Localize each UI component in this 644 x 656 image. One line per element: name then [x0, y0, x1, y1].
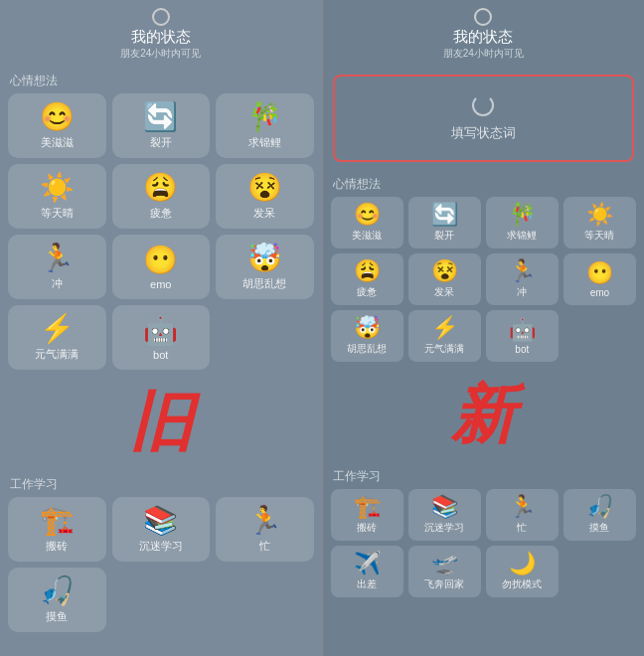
meizizzi-icon-r: 😊	[354, 204, 381, 226]
work-chuchai-right[interactable]: ✈️ 出差	[331, 546, 403, 597]
fadai-icon: 😵	[247, 174, 282, 202]
mood-yuanqi-left[interactable]: ⚡ 元气满满	[8, 305, 106, 370]
mang-label-r: 忙	[517, 521, 527, 535]
husixluan-label-r: 胡思乱想	[347, 342, 387, 356]
qiujinli-icon-r: 🎋	[509, 204, 536, 226]
liekai-label: 裂开	[150, 135, 172, 150]
work-banzhuan-right[interactable]: 🏗️ 搬砖	[331, 489, 403, 541]
moyu-icon: 🎣	[40, 577, 75, 605]
mood-liekai-right[interactable]: 🔄 裂开	[408, 197, 481, 248]
moyu-label: 摸鱼	[46, 609, 68, 624]
work-mang-left[interactable]: 🏃 忙	[216, 497, 314, 562]
mood-bot-right[interactable]: 🤖 bot	[486, 310, 559, 362]
work-banzhuan-left[interactable]: 🏗️ 搬砖	[8, 497, 106, 562]
right-mood-grid: 😊 美滋滋 🔄 裂开 🎋 求锦鲤 ☀️ 等天晴 😩 疲惫 😵 发呆 🏃 冲 😶	[323, 197, 645, 368]
mood-liekai-left[interactable]: 🔄 裂开	[112, 93, 211, 158]
mang-icon-r: 🏃	[509, 496, 536, 518]
banzhuan-icon: 🏗️	[40, 507, 75, 535]
emo-label: emo	[150, 278, 171, 290]
mood-fadai-right[interactable]: 😵 发呆	[408, 253, 481, 305]
banzhuan-label: 搬砖	[46, 539, 68, 554]
moyu-icon-r: 🎣	[586, 496, 613, 518]
right-section-mood-label: 心情想法	[323, 170, 645, 197]
wurao-label-r: 勿扰模式	[502, 577, 542, 591]
chuchai-label-r: 出差	[357, 577, 377, 591]
old-label-container: 旧	[0, 376, 322, 470]
mood-meizizzi-right[interactable]: 😊 美滋滋	[331, 197, 403, 248]
mood-qiujinli-left[interactable]: 🎋 求锦鲤	[216, 93, 314, 158]
bot-label-left: bot	[153, 349, 168, 361]
status-input-box[interactable]: 填写状态词	[333, 75, 635, 162]
left-header: 我的状态 朋友24小时内可见	[0, 0, 322, 67]
pibei-label: 疲惫	[150, 206, 172, 221]
mood-pibei-left[interactable]: 😩 疲惫	[112, 164, 211, 229]
feipen-icon-r: 🛫	[431, 553, 458, 574]
work-wurao-right[interactable]: 🌙 勿扰模式	[486, 546, 559, 597]
chuchai-icon-r: ✈️	[354, 553, 381, 574]
chong-icon-r: 🏃	[509, 260, 536, 282]
liekai-label-r: 裂开	[434, 229, 454, 243]
mang-icon: 🏃	[247, 507, 282, 535]
right-header: 我的状态 朋友24小时内可见	[323, 0, 645, 67]
fadai-label-r: 发呆	[434, 285, 454, 299]
bot-icon-left: 🤖	[143, 317, 178, 345]
qiujinli-label: 求锦鲤	[248, 135, 281, 150]
bot-label-right: bot	[515, 344, 529, 355]
mood-dengtianjing-left[interactable]: ☀️ 等天晴	[8, 164, 106, 229]
yuanqi-label-r: 元气满满	[424, 342, 464, 356]
mood-husixluan-left[interactable]: 🤯 胡思乱想	[216, 235, 314, 299]
new-label: 新	[451, 368, 515, 462]
yuanqi-icon: ⚡	[40, 315, 75, 343]
work-chenmi-left[interactable]: 📚 沉迷学习	[112, 497, 211, 562]
mood-yuanqi-right[interactable]: ⚡ 元气满满	[408, 310, 481, 362]
moyu-label-r: 摸鱼	[589, 521, 609, 535]
liekai-icon: 🔄	[143, 103, 178, 131]
work-moyu-right[interactable]: 🎣 摸鱼	[564, 489, 636, 541]
mood-chong-right[interactable]: 🏃 冲	[486, 253, 559, 305]
left-section-mood-label: 心情想法	[0, 67, 322, 93]
work-feipen-right[interactable]: 🛫 飞奔回家	[408, 546, 481, 597]
right-subtitle: 朋友24小时内可见	[443, 47, 524, 61]
pibei-label-r: 疲惫	[357, 285, 377, 299]
wurao-icon-r: 🌙	[509, 553, 536, 574]
dengtianjing-label: 等天晴	[41, 206, 74, 221]
banzhuan-icon-r: 🏗️	[354, 496, 381, 518]
mood-emo-right[interactable]: 😶 emo	[564, 253, 636, 305]
left-panel: 我的状态 朋友24小时内可见 心情想法 😊 美滋滋 🔄 裂开 🎋 求锦鲤 ☀️ …	[0, 0, 322, 656]
work-chenmi-right[interactable]: 📚 沉迷学习	[408, 489, 481, 541]
status-input-placeholder: 填写状态词	[451, 124, 516, 142]
mood-qiujinli-right[interactable]: 🎋 求锦鲤	[486, 197, 559, 248]
old-label: 旧	[129, 376, 193, 470]
dengtianjing-icon: ☀️	[40, 174, 75, 202]
left-title: 我的状态	[131, 28, 191, 47]
work-mang-right[interactable]: 🏃 忙	[486, 489, 559, 541]
mood-bot-left[interactable]: 🤖 bot	[112, 305, 211, 370]
chong-label: 冲	[52, 276, 63, 291]
feipen-label-r: 飞奔回家	[424, 577, 464, 591]
dengtianjing-label-r: 等天晴	[584, 229, 614, 243]
chenmi-icon-r: 📚	[431, 496, 458, 518]
mood-meizizzi-left[interactable]: 😊 美滋滋	[8, 93, 106, 158]
mood-fadai-left[interactable]: 😵 发呆	[216, 164, 314, 229]
chong-label-r: 冲	[517, 285, 527, 299]
mood-emo-left[interactable]: 😶 emo	[112, 235, 211, 299]
chenmi-label-r: 沉迷学习	[424, 521, 464, 535]
left-check-icon	[152, 8, 170, 26]
mood-husixluan-right[interactable]: 🤯 胡思乱想	[331, 310, 403, 362]
mood-chong-left[interactable]: 🏃 冲	[8, 235, 106, 299]
meizizzi-icon: 😊	[40, 103, 75, 131]
husixluan-icon-r: 🤯	[354, 317, 381, 339]
left-work-grid-2: 🎣 摸鱼	[0, 568, 322, 638]
new-label-container: 新	[323, 368, 645, 462]
right-work-grid: 🏗️ 搬砖 📚 沉迷学习 🏃 忙 🎣 摸鱼 ✈️ 出差 🛫 飞奔回家 🌙 勿扰模…	[323, 489, 645, 603]
chenmi-label: 沉迷学习	[139, 539, 183, 554]
qiujinli-icon: 🎋	[247, 103, 282, 131]
liekai-icon-r: 🔄	[431, 204, 458, 226]
mood-pibei-right[interactable]: 😩 疲惫	[331, 253, 403, 305]
bot-icon-right: 🤖	[509, 319, 536, 341]
right-check-icon	[474, 8, 492, 26]
husixluan-icon: 🤯	[247, 245, 282, 272]
right-panel: 我的状态 朋友24小时内可见 填写状态词 心情想法 😊 美滋滋 🔄 裂开 🎋 求…	[322, 0, 645, 656]
mood-dengtianjing-right[interactable]: ☀️ 等天晴	[564, 197, 636, 248]
work-moyu-left[interactable]: 🎣 摸鱼	[8, 568, 106, 632]
